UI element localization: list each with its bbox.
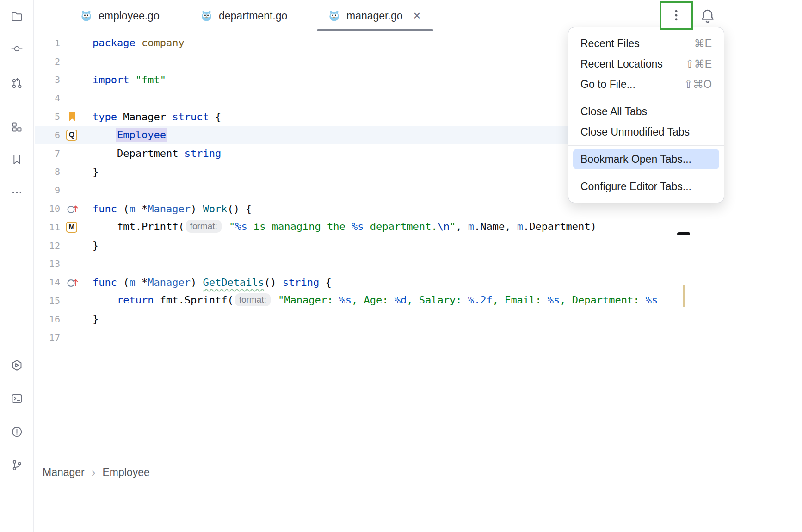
code-line: 17 bbox=[35, 328, 691, 347]
breadcrumb-item-employee[interactable]: Employee bbox=[102, 466, 149, 479]
editor-tabs-options-button[interactable] bbox=[660, 1, 693, 30]
menu-item-recent-files[interactable]: Recent Files⌘E bbox=[568, 33, 724, 54]
gutter[interactable] bbox=[60, 34, 89, 52]
line-number: 10 bbox=[35, 203, 60, 214]
problems-icon[interactable] bbox=[9, 424, 25, 439]
code-text[interactable]: func (m *Manager) GetDetails() string { bbox=[89, 277, 332, 288]
services-icon[interactable] bbox=[9, 357, 25, 373]
gutter[interactable]: Q bbox=[60, 126, 89, 144]
code-line: 13 bbox=[35, 255, 691, 273]
code-line: 12} bbox=[35, 236, 691, 255]
code-text[interactable]: func (m *Manager) Work() { bbox=[89, 203, 252, 215]
code-text[interactable]: return fmt.Sprintf(format: "Manager: %s,… bbox=[89, 294, 658, 307]
menu-item-shortcut: ⌘E bbox=[694, 37, 712, 50]
mnemonic-bookmark-icon[interactable]: M bbox=[66, 222, 77, 233]
override-icon[interactable] bbox=[66, 276, 78, 288]
project-folder-icon[interactable] bbox=[9, 8, 25, 24]
gutter[interactable] bbox=[60, 255, 89, 273]
go-file-icon bbox=[328, 10, 340, 22]
tab-label: department.go bbox=[219, 10, 287, 22]
tab-employee.go[interactable]: employee.go bbox=[69, 0, 171, 31]
menu-separator bbox=[568, 145, 724, 146]
tab-manager.go[interactable]: manager.go× bbox=[317, 0, 433, 31]
parameter-hint: format: bbox=[235, 293, 271, 306]
tab-label: employee.go bbox=[99, 10, 160, 22]
line-number: 2 bbox=[35, 56, 60, 67]
gutter[interactable] bbox=[60, 181, 89, 199]
menu-item-recent-locations[interactable]: Recent Locations⇧⌘E bbox=[568, 54, 724, 74]
gutter-separator bbox=[89, 31, 89, 459]
gutter[interactable] bbox=[60, 144, 89, 163]
line-number: 6 bbox=[35, 130, 60, 141]
pull-requests-icon[interactable] bbox=[9, 75, 25, 91]
code-line: 14func (m *Manager) GetDetails() string … bbox=[35, 273, 691, 291]
structure-icon[interactable] bbox=[9, 119, 25, 135]
line-number: 1 bbox=[35, 37, 60, 49]
line-number: 7 bbox=[35, 148, 60, 159]
tab-department.go[interactable]: department.go bbox=[189, 0, 302, 31]
code-text[interactable]: Employee bbox=[89, 129, 166, 141]
tool-window-sidebar bbox=[0, 0, 34, 532]
line-number: 16 bbox=[35, 314, 60, 325]
code-line: 15 return fmt.Sprintf(format: "Manager: … bbox=[35, 291, 691, 310]
scrollbar-change-mark[interactable] bbox=[683, 285, 685, 307]
code-text[interactable]: package company bbox=[89, 37, 185, 49]
line-number: 17 bbox=[35, 332, 60, 343]
code-text[interactable]: } bbox=[89, 313, 99, 325]
gutter[interactable] bbox=[60, 107, 89, 126]
menu-item-label: Close Unmodified Tabs bbox=[580, 126, 690, 138]
bookmarks-icon[interactable] bbox=[9, 151, 25, 167]
gutter[interactable] bbox=[60, 273, 89, 291]
menu-separator bbox=[568, 98, 724, 98]
editor-tabs-popup-menu: Recent Files⌘ERecent Locations⇧⌘EGo to F… bbox=[568, 27, 724, 203]
menu-item-go-to-file[interactable]: Go to File...⇧⌘O bbox=[568, 74, 724, 94]
breadcrumb-item-manager[interactable]: Manager bbox=[43, 466, 85, 479]
line-number: 11 bbox=[35, 222, 60, 233]
menu-separator bbox=[568, 173, 724, 173]
line-number: 8 bbox=[35, 166, 60, 177]
line-number: 15 bbox=[35, 295, 60, 306]
gutter[interactable] bbox=[60, 163, 89, 181]
code-line: 11M fmt.Printf(format: "%s is managing t… bbox=[35, 218, 691, 236]
code-text[interactable]: type Manager struct { bbox=[89, 111, 221, 123]
go-file-icon bbox=[200, 10, 213, 22]
gutter[interactable] bbox=[60, 328, 89, 347]
code-text[interactable]: } bbox=[89, 166, 99, 178]
gutter[interactable] bbox=[60, 236, 89, 255]
line-number: 14 bbox=[35, 277, 60, 288]
gutter[interactable] bbox=[60, 71, 89, 89]
version-control-icon[interactable] bbox=[9, 457, 25, 473]
menu-item-shortcut: ⇧⌘E bbox=[685, 58, 712, 70]
menu-item-configure-editor-tabs[interactable]: Configure Editor Tabs... bbox=[568, 176, 724, 197]
kebab-menu-icon bbox=[669, 8, 683, 22]
menu-item-bookmark-open-tabs[interactable]: Bookmark Open Tabs... bbox=[573, 149, 719, 169]
line-number: 9 bbox=[35, 185, 60, 196]
gutter[interactable] bbox=[60, 199, 89, 218]
menu-item-label: Recent Locations bbox=[580, 58, 663, 70]
more-tool-windows-icon[interactable] bbox=[9, 185, 25, 200]
gutter[interactable] bbox=[60, 291, 89, 310]
mnemonic-bookmark-icon[interactable]: Q bbox=[66, 130, 77, 141]
notifications-bell-icon[interactable] bbox=[699, 7, 716, 26]
terminal-icon[interactable] bbox=[9, 390, 25, 406]
gutter[interactable]: M bbox=[60, 218, 89, 236]
code-text[interactable]: Department string bbox=[89, 148, 221, 159]
menu-item-label: Configure Editor Tabs... bbox=[580, 180, 691, 193]
close-icon[interactable]: × bbox=[413, 10, 420, 22]
scrollbar-mark[interactable] bbox=[677, 232, 690, 235]
code-text[interactable]: import "fmt" bbox=[89, 74, 166, 86]
code-text[interactable]: fmt.Printf(format: "%s is managing the %… bbox=[89, 221, 597, 234]
menu-item-close-all-tabs[interactable]: Close All Tabs bbox=[568, 101, 724, 122]
sidebar-divider bbox=[9, 101, 24, 101]
bookmark-icon[interactable] bbox=[66, 111, 78, 123]
gutter[interactable] bbox=[60, 310, 89, 328]
code-text[interactable]: } bbox=[89, 240, 99, 251]
go-file-icon bbox=[80, 10, 93, 22]
menu-item-close-unmodified-tabs[interactable]: Close Unmodified Tabs bbox=[568, 122, 724, 142]
menu-item-shortcut: ⇧⌘O bbox=[684, 78, 712, 91]
override-icon[interactable] bbox=[66, 203, 78, 215]
gutter[interactable] bbox=[60, 52, 89, 71]
gutter[interactable] bbox=[60, 89, 89, 107]
commit-icon[interactable] bbox=[9, 41, 25, 56]
menu-item-label: Bookmark Open Tabs... bbox=[580, 153, 691, 166]
